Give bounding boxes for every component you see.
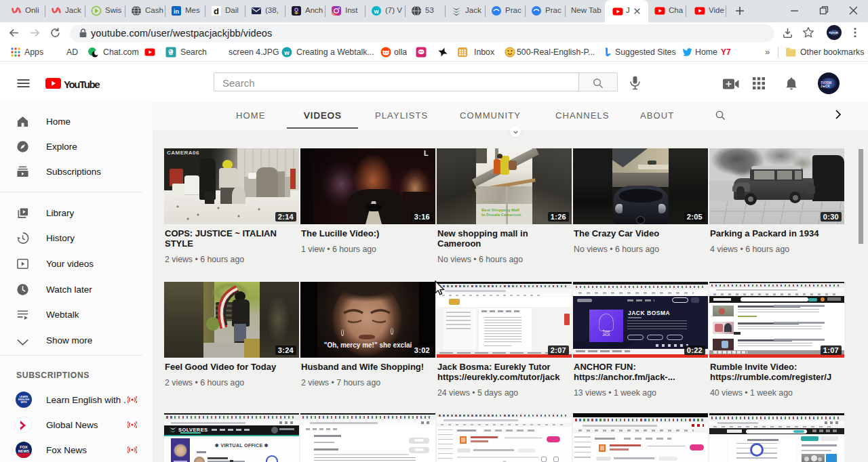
svg-text:d: d (214, 6, 219, 16)
svg-text:in: in (174, 8, 179, 15)
svg-text:w: w (373, 8, 379, 15)
svg-text:w: w (283, 49, 290, 56)
